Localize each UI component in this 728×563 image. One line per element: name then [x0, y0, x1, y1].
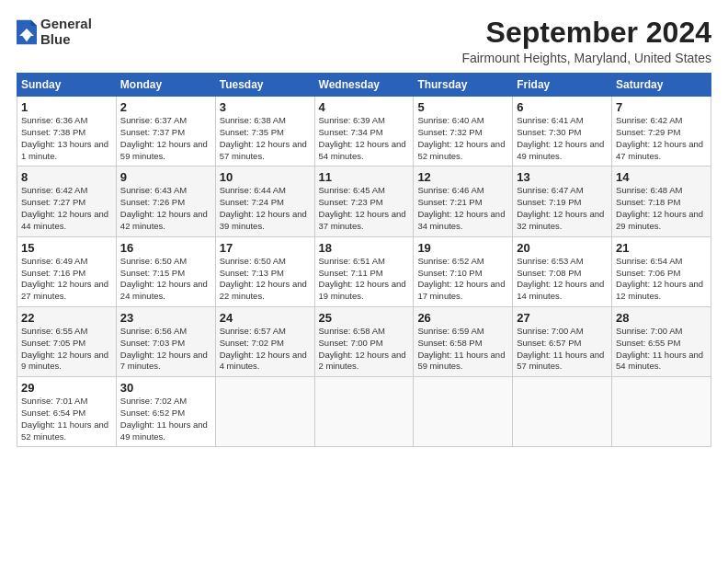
header-sunday: Sunday: [17, 74, 117, 97]
table-row: 26Sunrise: 6:59 AMSunset: 6:58 PMDayligh…: [414, 306, 513, 376]
cell-text: Sunrise: 6:38 AMSunset: 7:35 PMDaylight:…: [220, 115, 311, 162]
table-row: [513, 377, 612, 447]
calendar-week-row: 22Sunrise: 6:55 AMSunset: 7:05 PMDayligh…: [17, 306, 711, 376]
cell-text: Sunrise: 6:51 AMSunset: 7:11 PMDaylight:…: [319, 256, 410, 303]
cell-text: Sunrise: 6:55 AMSunset: 7:05 PMDaylight:…: [21, 326, 112, 373]
table-row: 20Sunrise: 6:53 AMSunset: 7:08 PMDayligh…: [513, 236, 612, 306]
calendar-table: Sunday Monday Tuesday Wednesday Thursday…: [17, 73, 711, 447]
location-title: Fairmount Heights, Maryland, United Stat…: [461, 51, 711, 65]
cell-text: Sunrise: 6:54 AMSunset: 7:06 PMDaylight:…: [616, 256, 707, 303]
table-row: [314, 377, 414, 447]
cell-text: Sunrise: 6:46 AMSunset: 7:21 PMDaylight:…: [417, 185, 508, 232]
table-row: 19Sunrise: 6:52 AMSunset: 7:10 PMDayligh…: [414, 236, 513, 306]
cell-text: Sunrise: 6:53 AMSunset: 7:08 PMDaylight:…: [517, 256, 608, 303]
table-row: 13Sunrise: 6:47 AMSunset: 7:19 PMDayligh…: [513, 167, 612, 236]
day-number: 28: [616, 311, 707, 325]
cell-text: Sunrise: 6:39 AMSunset: 7:34 PMDaylight:…: [319, 115, 410, 162]
day-number: 25: [319, 311, 410, 325]
calendar-week-row: 29Sunrise: 7:01 AMSunset: 6:54 PMDayligh…: [17, 377, 711, 447]
table-row: 16Sunrise: 6:50 AMSunset: 7:15 PMDayligh…: [116, 236, 215, 306]
day-number: 5: [417, 100, 508, 114]
cell-text: Sunrise: 6:40 AMSunset: 7:32 PMDaylight:…: [417, 115, 508, 162]
cell-text: Sunrise: 6:43 AMSunset: 7:26 PMDaylight:…: [120, 185, 211, 232]
table-row: 7Sunrise: 6:42 AMSunset: 7:29 PMDaylight…: [612, 97, 711, 167]
header-friday: Friday: [513, 74, 612, 97]
cell-text: Sunrise: 6:58 AMSunset: 7:00 PMDaylight:…: [319, 326, 410, 373]
day-number: 14: [616, 170, 707, 184]
table-row: 15Sunrise: 6:49 AMSunset: 7:16 PMDayligh…: [17, 236, 117, 306]
calendar-week-row: 1Sunrise: 6:36 AMSunset: 7:38 PMDaylight…: [17, 97, 711, 167]
cell-text: Sunrise: 6:45 AMSunset: 7:23 PMDaylight:…: [319, 185, 410, 232]
day-number: 4: [319, 100, 410, 114]
cell-text: Sunrise: 6:36 AMSunset: 7:38 PMDaylight:…: [21, 115, 112, 162]
day-number: 2: [120, 100, 211, 114]
table-row: 9Sunrise: 6:43 AMSunset: 7:26 PMDaylight…: [116, 167, 215, 236]
logo-text: General Blue: [40, 17, 92, 47]
day-number: 20: [517, 241, 608, 255]
day-number: 19: [417, 241, 508, 255]
day-number: 27: [517, 311, 608, 325]
table-row: 2Sunrise: 6:37 AMSunset: 7:37 PMDaylight…: [116, 97, 215, 167]
cell-text: Sunrise: 6:48 AMSunset: 7:18 PMDaylight:…: [616, 185, 707, 232]
cell-text: Sunrise: 6:49 AMSunset: 7:16 PMDaylight:…: [21, 256, 112, 303]
day-number: 29: [21, 381, 112, 395]
cell-text: Sunrise: 7:00 AMSunset: 6:57 PMDaylight:…: [517, 326, 608, 373]
day-number: 8: [21, 170, 112, 184]
table-row: 11Sunrise: 6:45 AMSunset: 7:23 PMDayligh…: [314, 167, 414, 236]
header-monday: Monday: [116, 74, 215, 97]
day-number: 17: [220, 241, 311, 255]
day-number: 21: [616, 241, 707, 255]
table-row: 3Sunrise: 6:38 AMSunset: 7:35 PMDaylight…: [215, 97, 314, 167]
header: General Blue September 2024 Fairmount He…: [17, 17, 711, 65]
table-row: 30Sunrise: 7:02 AMSunset: 6:52 PMDayligh…: [116, 377, 215, 447]
day-number: 6: [517, 100, 608, 114]
table-row: 8Sunrise: 6:42 AMSunset: 7:27 PMDaylight…: [17, 167, 117, 236]
cell-text: Sunrise: 6:41 AMSunset: 7:30 PMDaylight:…: [517, 115, 608, 162]
svg-marker-1: [31, 19, 37, 25]
cell-text: Sunrise: 6:44 AMSunset: 7:24 PMDaylight:…: [220, 185, 311, 232]
logo: General Blue: [17, 17, 92, 47]
day-number: 16: [120, 241, 211, 255]
cell-text: Sunrise: 6:56 AMSunset: 7:03 PMDaylight:…: [120, 326, 211, 373]
table-row: [215, 377, 314, 447]
cell-text: Sunrise: 6:50 AMSunset: 7:15 PMDaylight:…: [120, 256, 211, 303]
table-row: 21Sunrise: 6:54 AMSunset: 7:06 PMDayligh…: [612, 236, 711, 306]
title-block: September 2024 Fairmount Heights, Maryla…: [461, 17, 711, 65]
day-number: 12: [417, 170, 508, 184]
cell-text: Sunrise: 6:37 AMSunset: 7:37 PMDaylight:…: [120, 115, 211, 162]
day-number: 1: [21, 100, 112, 114]
table-row: [414, 377, 513, 447]
cell-text: Sunrise: 6:59 AMSunset: 6:58 PMDaylight:…: [417, 326, 508, 373]
day-number: 24: [220, 311, 311, 325]
day-number: 15: [21, 241, 112, 255]
cell-text: Sunrise: 6:50 AMSunset: 7:13 PMDaylight:…: [220, 256, 311, 303]
day-number: 26: [417, 311, 508, 325]
cell-text: Sunrise: 7:01 AMSunset: 6:54 PMDaylight:…: [21, 396, 112, 442]
day-number: 10: [220, 170, 311, 184]
cell-text: Sunrise: 6:42 AMSunset: 7:29 PMDaylight:…: [616, 115, 707, 162]
cell-text: Sunrise: 6:42 AMSunset: 7:27 PMDaylight:…: [21, 185, 112, 232]
table-row: 29Sunrise: 7:01 AMSunset: 6:54 PMDayligh…: [17, 377, 117, 447]
calendar-week-row: 8Sunrise: 6:42 AMSunset: 7:27 PMDaylight…: [17, 167, 711, 236]
cell-text: Sunrise: 6:47 AMSunset: 7:19 PMDaylight:…: [517, 185, 608, 232]
cell-text: Sunrise: 6:57 AMSunset: 7:02 PMDaylight:…: [220, 326, 311, 373]
header-saturday: Saturday: [612, 74, 711, 97]
table-row: 12Sunrise: 6:46 AMSunset: 7:21 PMDayligh…: [414, 167, 513, 236]
day-number: 13: [517, 170, 608, 184]
table-row: 25Sunrise: 6:58 AMSunset: 7:00 PMDayligh…: [314, 306, 414, 376]
table-row: 27Sunrise: 7:00 AMSunset: 6:57 PMDayligh…: [513, 306, 612, 376]
day-number: 9: [120, 170, 211, 184]
table-row: 24Sunrise: 6:57 AMSunset: 7:02 PMDayligh…: [215, 306, 314, 376]
table-row: [612, 377, 711, 447]
cell-text: Sunrise: 7:02 AMSunset: 6:52 PMDaylight:…: [120, 396, 211, 442]
page-container: General Blue September 2024 Fairmount He…: [0, 0, 728, 456]
table-row: 23Sunrise: 6:56 AMSunset: 7:03 PMDayligh…: [116, 306, 215, 376]
table-row: 28Sunrise: 7:00 AMSunset: 6:55 PMDayligh…: [612, 306, 711, 376]
table-row: 5Sunrise: 6:40 AMSunset: 7:32 PMDaylight…: [414, 97, 513, 167]
calendar-week-row: 15Sunrise: 6:49 AMSunset: 7:16 PMDayligh…: [17, 236, 711, 306]
table-row: 17Sunrise: 6:50 AMSunset: 7:13 PMDayligh…: [215, 236, 314, 306]
table-row: 6Sunrise: 6:41 AMSunset: 7:30 PMDaylight…: [513, 97, 612, 167]
table-row: 14Sunrise: 6:48 AMSunset: 7:18 PMDayligh…: [612, 167, 711, 236]
cell-text: Sunrise: 6:52 AMSunset: 7:10 PMDaylight:…: [417, 256, 508, 303]
table-row: 4Sunrise: 6:39 AMSunset: 7:34 PMDaylight…: [314, 97, 414, 167]
